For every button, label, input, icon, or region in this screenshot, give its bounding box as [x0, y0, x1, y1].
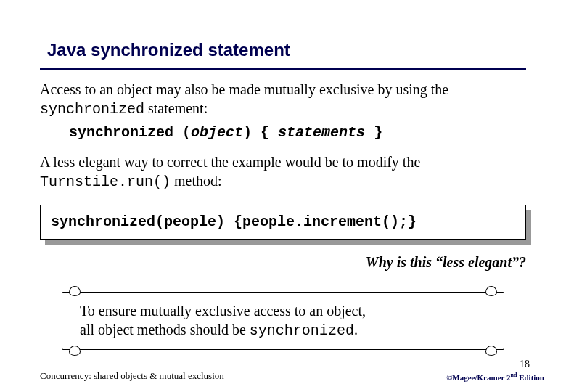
code-box-content: synchronized(people) {people.increment()… [40, 205, 526, 240]
syntax-brace2: } [365, 124, 382, 141]
p2-text-b: method: [171, 173, 222, 189]
footer-topic: Concurrency: shared objects & mutual exc… [40, 370, 224, 381]
scroll-knob-icon [69, 346, 81, 356]
paragraph-2: A less elegant way to correct the exampl… [40, 152, 526, 192]
paragraph-1: Access to an object may also be made mut… [40, 80, 526, 142]
syntax-paren2: ) [243, 124, 252, 141]
scroll-knob-icon [69, 286, 81, 296]
slide-title: Java synchronized statement [47, 40, 526, 65]
scroll-line1: To ensure mutually exclusive access to a… [80, 303, 366, 319]
page-number: 18 [520, 359, 530, 370]
question-text: Why is this “less elegant”? [40, 253, 526, 271]
scroll-callout: To ensure mutually exclusive access to a… [62, 292, 504, 350]
syntax-kw: synchronized [69, 124, 182, 141]
syntax-brace1: { [252, 124, 278, 141]
code-box: synchronized(people) {people.increment()… [40, 205, 526, 240]
p1-keyword: synchronized [40, 101, 144, 118]
credit-a: ©Magee/Kramer [446, 373, 506, 382]
syntax-paren1: ( [182, 124, 191, 141]
p2-text-a: A less elegant way to correct the exampl… [40, 154, 420, 170]
p1-text-a: Access to an object may also be made mut… [40, 81, 448, 97]
credit-c: Edition [517, 373, 544, 382]
syntax-line: synchronized (object) { statements } [69, 122, 526, 142]
p1-text-b: statement: [144, 100, 208, 116]
scroll-knob-icon [485, 346, 497, 356]
footer-credit: ©Magee/Kramer 2nd Edition [446, 372, 544, 382]
title-rule [40, 68, 526, 70]
scroll-knob-icon [485, 286, 497, 296]
footer: Concurrency: shared objects & mutual exc… [40, 369, 544, 382]
scroll-kw: synchronized [250, 322, 354, 339]
content-area: Access to an object may also be made mut… [40, 80, 526, 350]
syntax-stmts: statements [278, 124, 365, 141]
p2-code: Turnstile.run() [40, 173, 171, 190]
scroll-content: To ensure mutually exclusive access to a… [62, 292, 504, 350]
scroll-line2c: . [354, 322, 358, 338]
scroll-line2a: all object methods should be [80, 322, 250, 338]
syntax-object: object [191, 124, 243, 141]
